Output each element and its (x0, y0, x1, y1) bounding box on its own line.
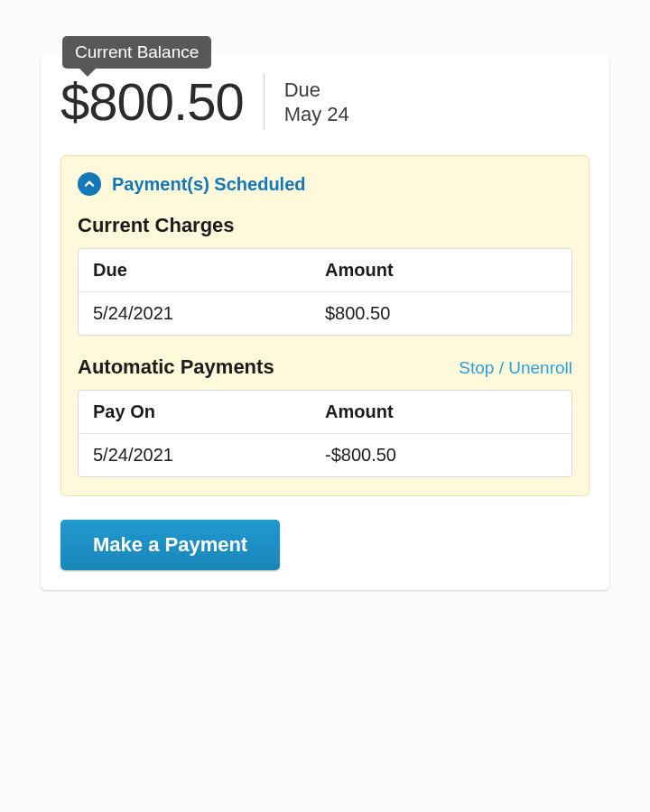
balance-row: $800.50 Due May 24 (60, 74, 590, 130)
chevron-up-icon (78, 172, 101, 196)
due-date: May 24 (284, 102, 349, 127)
auto-payments-table: Pay On Amount 5/24/2021 -$800.50 (78, 390, 572, 477)
scheduled-toggle[interactable]: Payment(s) Scheduled (78, 172, 572, 196)
col-header-pay-on: Pay On (93, 401, 325, 422)
table-row: 5/24/2021 -$800.50 (79, 433, 571, 476)
cell-pay-on-date: 5/24/2021 (93, 445, 325, 466)
current-charges-title: Current Charges (78, 214, 235, 237)
make-payment-button[interactable]: Make a Payment (60, 520, 280, 570)
due-block: Due May 24 (284, 78, 349, 127)
balance-amount: $800.50 (60, 76, 244, 128)
cell-amount: $800.50 (325, 303, 557, 324)
current-charges-table: Due Amount 5/24/2021 $800.50 (78, 248, 572, 336)
stop-unenroll-link[interactable]: Stop / Unenroll (459, 358, 572, 378)
cell-amount: -$800.50 (325, 445, 557, 466)
auto-payments-header-row: Automatic Payments Stop / Unenroll (78, 355, 572, 379)
col-header-due: Due (93, 260, 325, 281)
table-row: 5/24/2021 $800.50 (79, 291, 571, 335)
auto-payments-title: Automatic Payments (78, 355, 274, 379)
col-header-amount: Amount (325, 401, 557, 422)
scheduled-toggle-label: Payment(s) Scheduled (112, 174, 306, 195)
col-header-amount: Amount (325, 260, 557, 281)
table-row: Due Amount (79, 249, 571, 291)
current-charges-header-row: Current Charges (78, 214, 572, 237)
current-balance-tooltip: Current Balance (62, 36, 211, 69)
table-row: Pay On Amount (79, 391, 571, 433)
billing-card: Current Balance $800.50 Due May 24 Payme… (41, 54, 609, 590)
tooltip-label: Current Balance (75, 42, 199, 61)
cell-due-date: 5/24/2021 (93, 303, 325, 324)
vertical-divider (264, 74, 265, 130)
due-label: Due (284, 78, 349, 103)
scheduled-panel: Payment(s) Scheduled Current Charges Due… (60, 155, 590, 496)
